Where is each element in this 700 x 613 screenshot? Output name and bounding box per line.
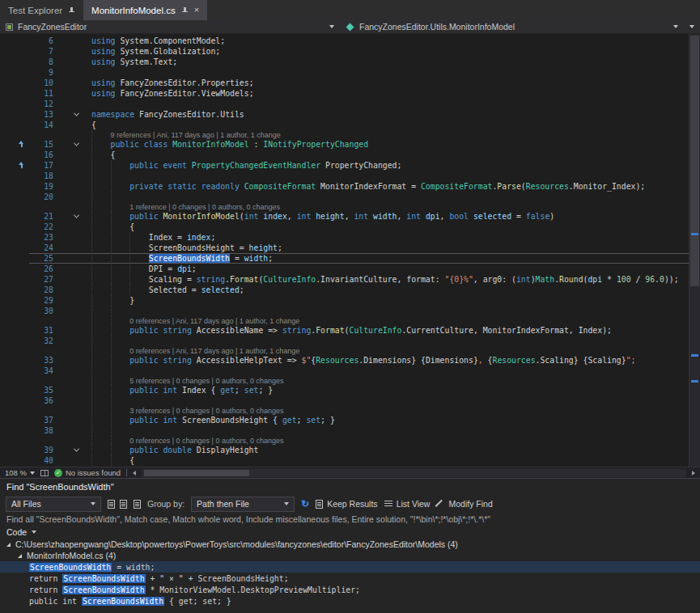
line-number[interactable]: 37 (29, 415, 53, 425)
pin-icon[interactable] (68, 6, 75, 15)
line-number[interactable]: 20 (29, 192, 53, 202)
code-text[interactable]: public string AccessibleHelpText => $"{R… (83, 355, 689, 366)
code-text[interactable]: 9 references | Ani, 117 days ago | 1 aut… (83, 130, 689, 139)
code-line[interactable]: 7using System.Globalization; (0, 46, 689, 57)
line-number[interactable]: 31 (29, 325, 53, 336)
code-line[interactable]: 17public event PropertyChangedEventHandl… (0, 160, 689, 171)
line-number[interactable]: 12 (29, 99, 53, 109)
expand-arrow-icon[interactable] (18, 554, 22, 558)
code-text[interactable] (83, 192, 689, 202)
code-text[interactable] (83, 99, 689, 109)
scroll-left-arrow-icon[interactable] (133, 471, 136, 476)
list-view-toggle[interactable]: List View (384, 499, 431, 509)
horizontal-scrollbar[interactable] (142, 469, 686, 477)
code-text[interactable]: using FancyZonesEditor.Properties; (83, 78, 689, 88)
find-result-line[interactable]: public int ScreenBoundsWidth { get; set;… (0, 595, 700, 607)
code-line[interactable]: 10using FancyZonesEditor.Properties; (0, 78, 689, 88)
code-text[interactable]: using System.Globalization; (83, 46, 689, 57)
group-by-select[interactable]: Path then File (191, 497, 295, 512)
collapse-arrow-icon[interactable] (74, 446, 79, 452)
line-number[interactable]: 26 (29, 264, 53, 274)
code-line[interactable]: 20 (0, 192, 689, 202)
code-text[interactable]: 0 references | Ani, 117 days ago | 1 aut… (83, 316, 689, 325)
code-line[interactable]: 9 (0, 67, 689, 78)
code-text[interactable] (83, 425, 689, 436)
line-number[interactable]: 22 (29, 222, 53, 232)
keep-results-toggle[interactable]: Keep Results (316, 499, 377, 509)
code-text[interactable]: public double DisplayHeight (83, 445, 689, 455)
code-line[interactable]: 22{ (0, 222, 689, 232)
code-line[interactable]: 27Scaling = string.Format(CultureInfo.In… (0, 274, 689, 285)
code-line[interactable]: 38 (0, 425, 689, 436)
line-number[interactable]: 9 (29, 67, 53, 78)
code-text[interactable]: using System.Text; (83, 57, 689, 67)
codelens-link[interactable]: 5 references | 0 changes | 0 authors, 0 … (129, 377, 283, 385)
code-line[interactable]: 35public int Index { get; set; } (0, 385, 689, 395)
code-text[interactable] (83, 395, 689, 406)
code-line[interactable]: 34 (0, 366, 689, 376)
code-text[interactable]: public event PropertyChangedEventHandler… (83, 160, 689, 171)
line-number[interactable] (29, 376, 53, 385)
expand-arrow-icon[interactable] (6, 543, 11, 547)
code-text[interactable]: public int ScreenBoundsHeight { get; set… (83, 415, 689, 425)
save-results-icon[interactable] (120, 500, 127, 509)
line-number[interactable]: 21 (29, 211, 53, 222)
code-line[interactable]: 15public class MonitorInfoModel : INotif… (0, 139, 689, 150)
line-number[interactable]: 15 (29, 139, 53, 150)
document-health-indicator[interactable]: ✓ No issues found (54, 468, 121, 477)
code-text[interactable]: { (83, 150, 689, 160)
line-number[interactable]: 14 (29, 120, 53, 130)
code-text[interactable]: using FancyZonesEditor.ViewModels; (83, 88, 689, 99)
codelens-link[interactable]: 1 reference | 0 changes | 0 authors, 0 c… (129, 203, 280, 211)
member-dropdown[interactable] (684, 20, 700, 33)
scrollbar-thumb[interactable] (690, 36, 699, 286)
codelens-row[interactable]: 9 references | Ani, 117 days ago | 1 aut… (0, 130, 689, 139)
code-text[interactable]: ScreenBoundsHeight = height; (83, 243, 689, 253)
code-text[interactable]: 0 references | Ani, 117 days ago | 1 aut… (83, 346, 689, 355)
codelens-link[interactable]: 0 references | 0 changes | 0 authors, 0 … (129, 437, 283, 445)
scroll-right-arrow-icon[interactable] (692, 471, 695, 476)
code-line[interactable]: 16{ (0, 150, 689, 160)
codelens-row[interactable]: 3 references | 0 changes | 0 authors, 0 … (0, 406, 689, 415)
line-number[interactable]: 39 (29, 445, 53, 455)
line-number[interactable]: 8 (29, 57, 53, 67)
find-result-line[interactable]: ScreenBoundsWidth = width; (0, 561, 700, 573)
collapse-arrow-icon[interactable] (74, 141, 79, 146)
copy-results-icon[interactable] (108, 500, 115, 509)
code-text[interactable]: public class MonitorInfoModel : INotifyP… (83, 139, 689, 150)
code-line[interactable]: 30 (0, 306, 689, 316)
codelens-link[interactable]: 0 references | Ani, 117 days ago | 1 aut… (129, 317, 299, 325)
code-text[interactable]: private static readonly CompositeFormat … (83, 181, 689, 192)
code-text[interactable]: Scaling = string.Format(CultureInfo.Inva… (83, 274, 689, 285)
code-line[interactable]: 32 (0, 336, 689, 346)
code-line[interactable]: 24ScreenBoundsHeight = height; (0, 243, 689, 253)
code-line[interactable]: 31public string AccessibleName => string… (0, 325, 689, 336)
code-text[interactable] (83, 306, 689, 316)
code-line[interactable]: 33public string AccessibleHelpText => $"… (0, 355, 689, 366)
code-editor[interactable]: 6using System.ComponentModel;7using Syst… (0, 34, 700, 467)
code-text[interactable] (83, 171, 689, 181)
code-text[interactable] (83, 67, 689, 78)
line-number[interactable] (29, 316, 53, 325)
tab-test-explorer[interactable]: Test Explorer (0, 0, 83, 20)
find-result-group[interactable]: MonitorInfoModel.cs (4) (0, 550, 700, 561)
inheritance-margin-icon[interactable] (17, 140, 26, 149)
line-number[interactable]: 34 (29, 366, 53, 376)
code-text[interactable] (83, 336, 689, 346)
codelens-link[interactable]: 9 references | Ani, 117 days ago | 1 aut… (111, 131, 281, 139)
codelens-row[interactable]: 0 references | Ani, 117 days ago | 1 aut… (0, 316, 689, 325)
code-text[interactable]: ScreenBoundsWidth = width; (83, 253, 689, 264)
code-line[interactable]: 21public MonitorInfoModel(int index, int… (0, 211, 689, 222)
code-text[interactable]: public string AccessibleName => string.F… (83, 325, 689, 336)
zoom-select[interactable]: 108 % (5, 468, 35, 477)
line-number[interactable]: 19 (29, 181, 53, 192)
code-line[interactable]: 11using FancyZonesEditor.ViewModels; (0, 88, 689, 99)
line-number[interactable]: 35 (29, 385, 53, 395)
line-number[interactable]: 24 (29, 243, 53, 253)
line-number[interactable]: 11 (29, 88, 53, 99)
line-number[interactable]: 6 (29, 36, 53, 46)
project-dropdown[interactable]: FancyZonesEditor (0, 20, 340, 33)
line-number[interactable]: 40 (29, 455, 53, 466)
code-line[interactable]: 13namespace FancyZonesEditor.Utils (0, 109, 689, 120)
code-line[interactable]: 19private static readonly CompositeForma… (0, 181, 689, 192)
